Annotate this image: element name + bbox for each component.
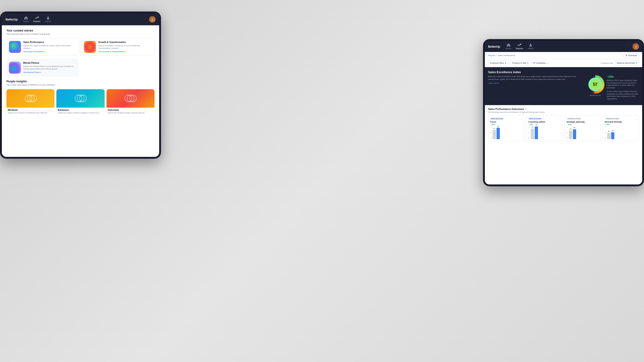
focus-bar-gray: 51 bbox=[493, 130, 496, 139]
personal-change: ↑ 10% bbox=[605, 124, 637, 126]
personal-bar-blue-label: 39 bbox=[612, 130, 614, 131]
sei-gauge: 57 Benchmark: 50 bbox=[586, 75, 604, 102]
avatar-right[interactable]: U bbox=[632, 43, 639, 50]
mental-content: Mental Fitness Explore the Mental Fitnes… bbox=[23, 62, 75, 73]
growth-card[interactable]: Growth & Transformation Explore the impa… bbox=[82, 38, 154, 56]
chevron-down-icon: ▾ bbox=[505, 62, 506, 64]
nav-left: BetterUp Home Reports Admin U bbox=[2, 13, 159, 25]
focus-bars: 51 63 bbox=[493, 126, 522, 139]
mental-icon bbox=[9, 62, 21, 74]
personal-card: AVERAGE SCORE ··· Personal thriving ↑ 10… bbox=[602, 116, 639, 141]
nav-home-right[interactable]: Home bbox=[506, 43, 511, 50]
nav-home-left[interactable]: Home bbox=[23, 16, 29, 22]
breadcrumb-bar: Reports / Sales Performance ⬇ Download bbox=[485, 52, 642, 59]
mental-card[interactable]: Mental Fitness Explore the Mental Fitnes… bbox=[6, 59, 78, 76]
insight-cards: Mindsets Explore your members' foundatio… bbox=[6, 89, 154, 129]
mindsets-label: Mindsets bbox=[6, 108, 54, 112]
nav-reports-label-left: Reports bbox=[33, 20, 41, 22]
behaviors-desc: Explore the actions members engage in to… bbox=[56, 112, 104, 114]
logo-left: BetterUp bbox=[6, 18, 18, 21]
behaviors-card[interactable]: Behaviors Explore the actions members en… bbox=[56, 89, 104, 129]
nav-reports-left[interactable]: Reports bbox=[33, 16, 41, 22]
learn-more-link[interactable]: Learn more ▾ bbox=[488, 82, 584, 84]
nav-admin-label-right: Admin bbox=[528, 48, 534, 50]
benchmark-select[interactable]: BetterUp benchmark ▾ bbox=[615, 61, 639, 65]
focus-chart: 70 50 30 51 63 bbox=[490, 126, 522, 139]
logo-right: BetterUp bbox=[488, 45, 500, 48]
coaching-more-icon[interactable]: ··· bbox=[559, 118, 560, 120]
focus-y1: 70 bbox=[490, 126, 492, 128]
chevron-down-icon-3: ▾ bbox=[636, 62, 637, 64]
coaching-bar-gray-label: 60 bbox=[532, 126, 533, 128]
strategic-more-icon[interactable]: ··· bbox=[597, 118, 599, 120]
personal-chart: 70 50 30 35 39 bbox=[605, 126, 637, 139]
personal-badge: AVERAGE SCORE bbox=[605, 118, 620, 120]
sales-link[interactable]: View Sales Performance › bbox=[23, 50, 77, 53]
nav-items-right: Home Reports Admin bbox=[506, 43, 534, 50]
strategic-bars: 48 56 bbox=[569, 126, 599, 139]
strategic-badge: AVERAGE SCORE bbox=[566, 118, 582, 120]
story-cards: Sales Performance Explore the impact of … bbox=[6, 38, 154, 56]
compared-with-label: Compared with: bbox=[600, 62, 614, 64]
progress-to-date-btn[interactable]: Progress to date ▾ bbox=[510, 61, 530, 65]
focus-card: BEST IN CLASS ··· Focus ↑ 24% 70 50 30 bbox=[488, 116, 524, 141]
mindsets-desc: Explore your members' foundational inner… bbox=[6, 112, 54, 114]
focus-y-labels: 70 50 30 bbox=[490, 126, 492, 139]
sei-change-desc: BetterUp SSO's Sales Excellence Index ha… bbox=[607, 79, 639, 89]
nav-admin-right[interactable]: Admin bbox=[528, 43, 534, 50]
sei-layout: BetterUp's Sales Excellence Index (SE) g… bbox=[488, 75, 639, 102]
growth-link[interactable]: View Growth & Transformation › bbox=[98, 50, 152, 53]
tablet-left-screen: BetterUp Home Reports Admin U bbox=[2, 13, 159, 157]
sales-content: Sales Performance Explore the impact of … bbox=[23, 41, 77, 53]
strategic-bar-gray-label: 48 bbox=[570, 128, 571, 130]
mindsets-card[interactable]: Mindsets Explore your members' foundatio… bbox=[6, 89, 54, 129]
personal-bar-blue: 39 bbox=[611, 132, 614, 139]
download-icon: ⬇ bbox=[625, 54, 627, 56]
info-icon: ⓘ bbox=[546, 62, 548, 64]
growth-desc: Explore the impact of BetterUp on your G… bbox=[98, 44, 152, 50]
personal-more-icon[interactable]: ··· bbox=[635, 118, 637, 120]
mindsets-rings-icon bbox=[25, 94, 36, 102]
coaching-badge: BEST IN CLASS bbox=[528, 118, 542, 120]
coaching-bar-blue: 73 bbox=[535, 126, 538, 139]
strategic-header: Strategic planning bbox=[566, 121, 599, 123]
sei-stat: ↑10% BetterUp SSO's Sales Excellence Ind… bbox=[607, 75, 639, 102]
employee-filters-btn[interactable]: Employee filters ▾ bbox=[488, 61, 508, 65]
personal-bar-gray-label: 35 bbox=[608, 131, 610, 132]
breadcrumb-parent[interactable]: Reports bbox=[488, 54, 496, 56]
nav-home-label-right: Home bbox=[506, 48, 511, 50]
growth-title: Growth & Transformation bbox=[98, 41, 152, 44]
nav-admin-left[interactable]: Admin bbox=[45, 16, 51, 22]
personal-y-labels: 70 50 30 bbox=[605, 126, 606, 139]
people-insights-section: People insights The results and impact o… bbox=[6, 80, 154, 129]
growth-icon bbox=[84, 41, 96, 53]
outcomes-title-row: Sales Performance Outcomes ⓘ bbox=[488, 108, 639, 110]
outcomes-card[interactable]: Outcomes Explore the resulting member ou… bbox=[106, 89, 154, 129]
people-subtitle: The results and impact of BetterUp on yo… bbox=[6, 84, 154, 86]
coaching-chart: 70 50 30 60 73 bbox=[528, 126, 560, 139]
avatar-left[interactable]: U bbox=[149, 16, 156, 22]
curated-title: Your curated stories bbox=[6, 29, 154, 32]
strategic-bar-blue-label: 56 bbox=[574, 127, 575, 128]
outcomes-title: Sales Performance Outcomes bbox=[488, 108, 524, 110]
breadcrumb-separator: / bbox=[496, 54, 497, 56]
coaching-bars: 60 73 bbox=[531, 126, 560, 139]
coaching-header: Coaching culture bbox=[528, 121, 560, 123]
coaching-name: Coaching culture bbox=[528, 121, 545, 123]
sales-card[interactable]: Sales Performance Explore the impact of … bbox=[6, 38, 80, 56]
personal-bar-gray: 35 bbox=[607, 133, 610, 139]
strategic-change: ↑ 16% bbox=[566, 124, 599, 126]
strategic-name: Strategic planning bbox=[566, 121, 585, 123]
mental-link[interactable]: View Mental Fitness › bbox=[23, 71, 75, 73]
coaching-bar-gray: 60 bbox=[531, 128, 534, 139]
focus-more-icon[interactable]: ··· bbox=[520, 118, 522, 120]
focus-name: Focus bbox=[490, 121, 496, 123]
download-button[interactable]: ⬇ Download bbox=[623, 53, 639, 58]
personal-name: Personal thriving bbox=[605, 121, 622, 123]
sei-banner: Sales Excellence Index BetterUp's Sales … bbox=[485, 67, 642, 105]
tablet-right: BetterUp Home Reports Admin U bbox=[483, 39, 644, 186]
download-label: Download bbox=[628, 54, 637, 56]
nav-reports-right[interactable]: Reports bbox=[516, 43, 523, 50]
gauge-circle: 57 bbox=[586, 75, 604, 94]
behaviors-bg bbox=[56, 89, 104, 108]
